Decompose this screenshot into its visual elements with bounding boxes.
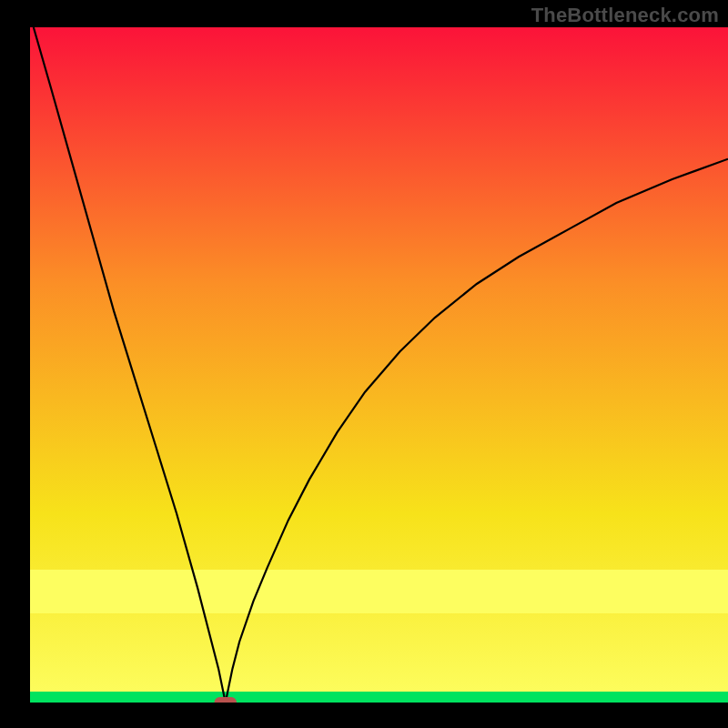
chart-svg — [0, 0, 728, 728]
green-band — [30, 692, 728, 703]
yellow-band — [30, 570, 728, 613]
chart-frame: TheBottleneck.com — [0, 0, 728, 728]
minimum-marker — [214, 697, 237, 708]
